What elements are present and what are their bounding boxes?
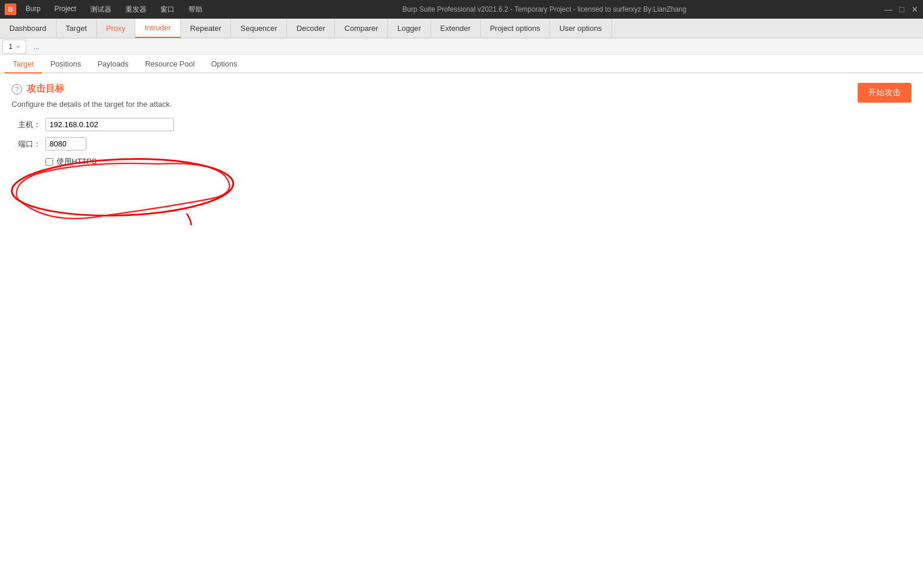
nav-extender[interactable]: Extender (431, 19, 481, 38)
host-label: 主机： (12, 120, 41, 130)
nav-user-options[interactable]: User options (550, 19, 612, 38)
window-controls: — □ ✕ (884, 5, 918, 14)
start-attack-button[interactable]: 开始攻击 (858, 83, 911, 103)
help-icon[interactable]: ? (12, 84, 22, 94)
sub-nav-target[interactable]: Target (5, 55, 42, 74)
window-title: Burp Suite Professional v2021.6.2 - Temp… (205, 5, 884, 13)
nav-proxy[interactable]: Proxy (97, 19, 135, 38)
nav-project-options[interactable]: Project options (481, 19, 550, 38)
nav-comparer[interactable]: Comparer (335, 19, 388, 38)
port-label: 端口： (12, 139, 41, 149)
tab-bar: 1 × ... (0, 38, 923, 55)
section-title: 攻击目标 (27, 83, 64, 95)
menu-window[interactable]: 窗口 (158, 4, 177, 16)
sub-nav-positions[interactable]: Positions (42, 55, 89, 74)
section-description: Configure the details of the target for … (12, 100, 911, 108)
menu-project[interactable]: Project (52, 4, 78, 16)
nav-dashboard[interactable]: Dashboard (0, 19, 57, 38)
sub-nav-payloads[interactable]: Payloads (89, 55, 137, 74)
https-row: 使用HTTPS (46, 156, 911, 167)
tab-1-label: 1 (9, 43, 13, 51)
host-input[interactable] (46, 118, 174, 131)
tab-dots[interactable]: ... (27, 40, 45, 54)
nav-repeater[interactable]: Repeater (181, 19, 231, 38)
nav-intruder[interactable]: Intruder (135, 19, 181, 38)
host-row: 主机： (12, 118, 911, 131)
minimize-button[interactable]: — (884, 5, 893, 14)
sub-nav: Target Positions Payloads Resource Pool … (0, 55, 923, 74)
sub-nav-resource-pool[interactable]: Resource Pool (137, 55, 202, 74)
title-bar: B Burp Project 测试器 重发器 窗口 帮助 Burp Suite … (0, 0, 923, 19)
main-nav: Dashboard Target Proxy Intruder Repeater… (0, 19, 923, 38)
tab-1-close[interactable]: × (16, 43, 20, 50)
menu-burp[interactable]: Burp (23, 4, 43, 16)
menu-help[interactable]: 帮助 (186, 4, 205, 16)
port-input[interactable] (46, 137, 86, 150)
title-menu: Burp Project 测试器 重发器 窗口 帮助 (23, 4, 205, 16)
menu-resend[interactable]: 重发器 (123, 4, 149, 16)
port-row: 端口： (12, 137, 911, 150)
nav-target[interactable]: Target (57, 19, 97, 38)
https-label: 使用HTTPS (57, 156, 97, 167)
close-button[interactable]: ✕ (911, 5, 918, 14)
maximize-button[interactable]: □ (900, 5, 904, 14)
tab-1[interactable]: 1 × (2, 40, 26, 54)
nav-logger[interactable]: Logger (388, 19, 431, 38)
content-area: 开始攻击 ? 攻击目标 Configure the details of the… (0, 74, 923, 588)
section-header: ? 攻击目标 (12, 83, 911, 95)
https-checkbox[interactable] (46, 158, 53, 166)
nav-decoder[interactable]: Decoder (287, 19, 335, 38)
nav-sequencer[interactable]: Sequencer (231, 19, 287, 38)
title-bar-left: B Burp Project 测试器 重发器 窗口 帮助 (5, 4, 205, 16)
burp-logo: B (5, 4, 16, 15)
sub-nav-options[interactable]: Options (203, 55, 246, 74)
menu-test[interactable]: 测试器 (88, 4, 114, 16)
